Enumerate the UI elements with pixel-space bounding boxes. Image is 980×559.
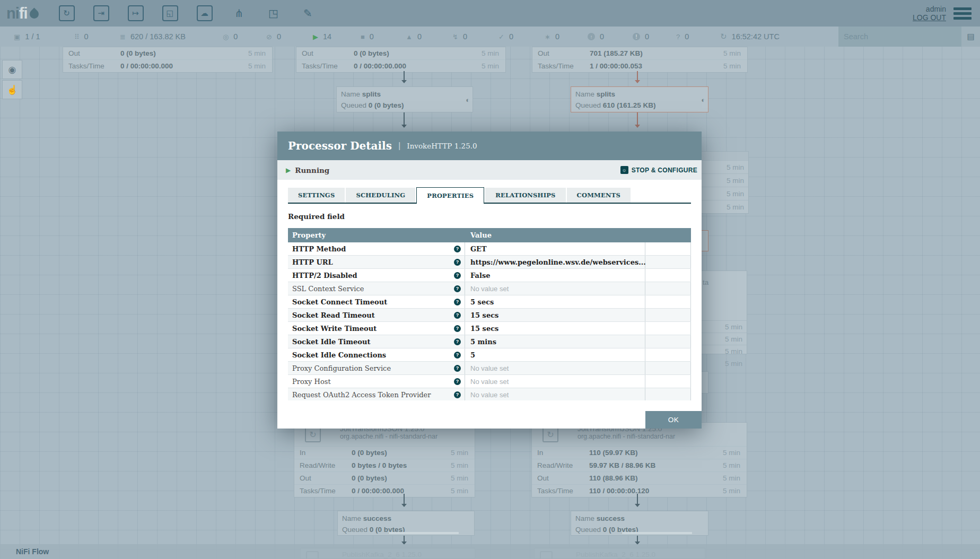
dialog-header: Processor Details | InvokeHTTP 1.25.0: [277, 132, 702, 160]
logout-link[interactable]: LOG OUT: [913, 13, 946, 22]
stat-label: Out: [296, 49, 354, 57]
stats-row: Out0 (0 bytes)5 min: [296, 47, 505, 59]
template-icon[interactable]: ◳: [266, 5, 282, 21]
funnel-icon[interactable]: ⋔: [231, 5, 247, 21]
processor-type-version: InvokeHTTP 1.25.0: [407, 142, 477, 150]
tab-scheduling[interactable]: SCHEDULING: [346, 188, 415, 203]
stat-value: 59.97 KB / 88.96 KB: [589, 461, 723, 469]
stop-and-configure-button[interactable]: ☼ STOP & CONFIGURE: [620, 166, 697, 174]
connection-arrow: [637, 494, 638, 506]
stat-value: 0 bytes / 0 bytes: [352, 461, 451, 469]
tab-comments[interactable]: COMMENTS: [567, 188, 631, 203]
remote-process-group-icon[interactable]: ☁: [197, 5, 213, 21]
property-aux-cell: [645, 362, 691, 374]
processor-stats-fragment[interactable]: Out0 (0 bytes)5 minTasks/Time0 / 00:00:0…: [296, 47, 506, 73]
stats-row: In0 (0 bytes)5 min: [294, 446, 475, 459]
help-icon[interactable]: ?: [454, 259, 461, 266]
nifi-logo: nifi: [6, 5, 39, 22]
bulletin-board-icon[interactable]: ▤: [961, 27, 980, 47]
cluster-nodes-status: ▣1 / 1: [14, 27, 40, 47]
property-value: No value set: [470, 285, 509, 293]
help-icon[interactable]: ?: [454, 365, 461, 372]
property-name: Socket Idle Timeout: [288, 338, 370, 346]
stat-label: Read/Write: [294, 461, 352, 469]
help-icon[interactable]: ?: [454, 312, 461, 319]
stat-window: 5 min: [482, 49, 505, 57]
running-status: ▶14: [313, 27, 331, 47]
stat-window: 5 min: [723, 487, 747, 495]
help-icon[interactable]: ?: [454, 325, 461, 332]
output-port-icon[interactable]: ↦: [128, 5, 144, 21]
operate-icon[interactable]: ☝: [2, 80, 22, 99]
processor-jolttransformjson[interactable]: ↻JoltTransformJSON 1.25.0org.apache.nifi…: [531, 422, 747, 497]
sync-failure-status: ?0: [676, 27, 689, 47]
global-menu-button[interactable]: [953, 7, 972, 20]
label-icon[interactable]: ✎: [300, 5, 316, 21]
help-icon[interactable]: ?: [454, 378, 461, 385]
refresh-icon[interactable]: ↻: [720, 32, 727, 41]
help-icon[interactable]: ?: [454, 391, 461, 398]
property-value: 5: [470, 351, 475, 359]
connection-label[interactable]: Name splitsQueued 610 (161.25 KB)◐: [571, 86, 708, 112]
stat-window: 5 min: [723, 62, 747, 70]
property-value: 5 secs: [470, 298, 494, 306]
property-row: HTTP/2 Disabled?False: [288, 269, 691, 282]
stat-label: Tasks/Time: [63, 62, 120, 70]
processor-stats-fragment[interactable]: Out701 (185.27 KB)5 minTasks/Time1 / 00:…: [532, 47, 748, 73]
property-row: Proxy Host?No value set: [288, 375, 691, 388]
processor-jolttransformjson[interactable]: ↻JoltTransformJSON 1.25.0org.apache.nifi…: [294, 422, 475, 497]
property-row: Proxy Configuration Service?No value set: [288, 362, 691, 375]
search-input[interactable]: [838, 27, 961, 47]
load-balance-icon: ◐: [466, 94, 470, 105]
property-aux-cell: [645, 295, 691, 308]
help-icon[interactable]: ?: [454, 285, 461, 292]
connection-arrow: [404, 536, 405, 544]
property-name: Socket Read Timeout: [288, 311, 375, 319]
property-name: Socket Idle Connections: [288, 351, 386, 359]
stat-window: 5 min: [723, 474, 747, 482]
stat-label: In: [294, 449, 352, 457]
connection-arrow: [637, 71, 638, 83]
property-row: Request OAuth2 Access Token Provider?No …: [288, 388, 691, 400]
connection-label[interactable]: Name splitsQueued 0 (0 bytes)◐: [336, 86, 473, 112]
stats-row: In110 (59.97 KB)5 min: [532, 446, 747, 459]
active-threads-count: 0: [84, 32, 89, 41]
help-icon[interactable]: ?: [454, 246, 461, 252]
help-icon[interactable]: ?: [454, 299, 461, 305]
queued-icon: ≣: [120, 33, 126, 41]
stat-window: 5 min: [451, 487, 475, 495]
property-name: Socket Write Timeout: [288, 325, 377, 333]
property-name: Socket Connect Timeout: [288, 298, 387, 306]
process-group-icon[interactable]: ◱: [162, 5, 178, 21]
refresh-control[interactable]: ↻ 16:52:42 UTC: [720, 27, 780, 47]
property-aux-cell: [645, 388, 691, 400]
connection-name-row: Name splits: [341, 89, 468, 100]
title-separator: |: [398, 141, 400, 151]
tab-settings[interactable]: SETTINGS: [288, 188, 345, 203]
property-value: No value set: [470, 391, 509, 399]
stat-label: Tasks/Time: [294, 487, 352, 495]
processor-stats-fragment[interactable]: Out0 (0 bytes)5 minTasks/Time0 / 00:00:0…: [63, 47, 273, 73]
connection-label[interactable]: Name successQueued 0 (0 bytes): [337, 511, 475, 536]
processor-icon[interactable]: ↻: [59, 5, 75, 21]
property-row: HTTP Method?GET: [288, 242, 691, 256]
stop-configure-gear-icon: ☼: [620, 166, 628, 174]
property-aux-cell: [645, 335, 691, 348]
navigate-icon[interactable]: ◉: [2, 60, 22, 79]
cluster-nodes-icon: ▣: [14, 33, 20, 41]
ok-button[interactable]: OK: [645, 411, 702, 429]
help-icon[interactable]: ?: [454, 352, 461, 359]
stat-window: 5 min: [723, 461, 747, 469]
property-aux-cell: [645, 309, 691, 321]
connection-queued-row: Queued 610 (161.25 KB): [575, 100, 704, 111]
tab-properties[interactable]: PROPERTIES: [416, 187, 484, 204]
queue-size-bar: [622, 532, 692, 534]
help-icon[interactable]: ?: [454, 338, 461, 345]
property-value: False: [470, 272, 490, 280]
connection-label[interactable]: Name successQueued 0 (0 bytes): [571, 511, 708, 536]
tab-relationships[interactable]: RELATIONSHIPS: [485, 188, 565, 203]
help-icon[interactable]: ?: [454, 272, 461, 279]
input-port-icon[interactable]: ⇥: [93, 5, 109, 21]
breadcrumb[interactable]: NiFi Flow: [16, 547, 49, 556]
stats-row: Tasks/Time0 / 00:00:00.0005 min: [294, 484, 475, 497]
